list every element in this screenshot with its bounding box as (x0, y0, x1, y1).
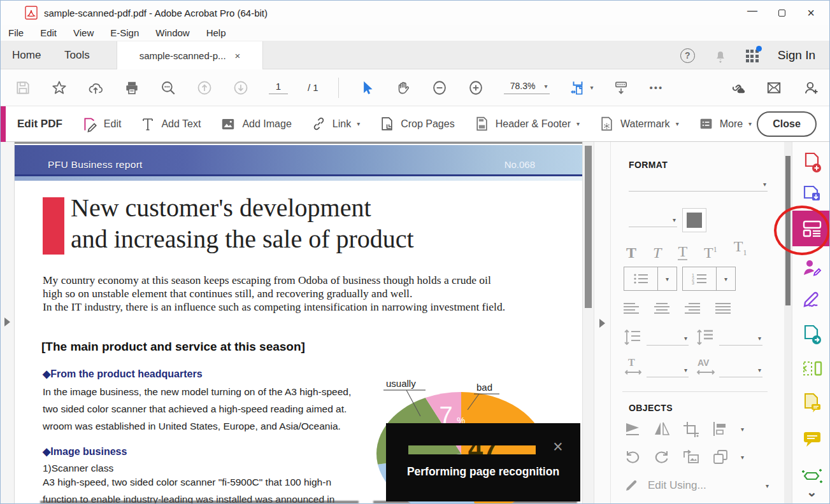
send-for-review-tool[interactable] (792, 324, 830, 346)
more-menu-button[interactable]: More ▾ (698, 116, 752, 132)
italic-button[interactable]: T (653, 245, 661, 260)
zoom-level-select[interactable]: 78.3% ▾ (504, 81, 550, 94)
chevron-down-icon: ▾ (544, 83, 547, 90)
export-pdf-tool[interactable] (792, 184, 830, 206)
subscript-button[interactable]: T1 (734, 239, 747, 260)
more-tools-ellipsis-icon[interactable]: ••• (649, 82, 663, 93)
hand-pan-icon[interactable] (395, 80, 411, 96)
menu-edit[interactable]: Edit (40, 27, 57, 38)
link-menu-button[interactable]: Link ▾ (311, 116, 360, 132)
zoom-out-icon[interactable] (431, 80, 448, 96)
chevron-down-icon: ▾ (676, 120, 679, 127)
comment-tool[interactable] (792, 430, 830, 449)
align-objects-button[interactable] (712, 421, 729, 437)
align-justify-button[interactable] (714, 301, 732, 316)
header-footer-label: Header & Footer (496, 118, 571, 130)
menu-view[interactable]: View (73, 27, 94, 38)
save-icon[interactable] (15, 80, 31, 96)
header-footer-menu-button[interactable]: Header & Footer ▾ (474, 116, 580, 132)
replace-image-button[interactable] (682, 449, 700, 465)
edit-button[interactable]: Edit (82, 116, 122, 132)
request-esignatures-tool[interactable] (792, 258, 830, 278)
menu-esign[interactable]: E-Sign (110, 27, 139, 38)
rotate-ccw-button[interactable] (624, 449, 641, 465)
help-icon[interactable]: ? (680, 48, 695, 63)
flip-vertical-button[interactable] (624, 421, 641, 437)
toast-close-icon[interactable]: × (547, 437, 569, 458)
next-page-icon[interactable] (233, 80, 249, 96)
expand-left-pane-icon[interactable] (4, 318, 10, 326)
share-link-icon[interactable] (729, 80, 745, 96)
search-icon[interactable] (160, 80, 176, 96)
bullet-list-button[interactable] (624, 267, 657, 290)
numbered-list-group: 1 2 3 ▾ (682, 267, 736, 291)
font-family-select[interactable]: ▾ (629, 175, 768, 192)
menu-window[interactable]: Window (155, 27, 189, 38)
fill-and-sign-tool[interactable] (792, 290, 830, 309)
panel-scrollbar[interactable] (784, 142, 792, 504)
edit-pdf-tool-active[interactable] (792, 211, 830, 246)
panel-scrollbar-thumb[interactable] (785, 156, 791, 305)
maximize-button[interactable] (767, 1, 796, 25)
select-pointer-icon[interactable] (359, 80, 375, 96)
more-tools-chevron[interactable]: ⌄ (792, 484, 830, 500)
zoom-in-icon[interactable] (468, 80, 484, 96)
organize-pages-tool[interactable] (792, 358, 830, 379)
document-scrollbar-thumb[interactable] (585, 146, 592, 308)
numbered-list-dropdown[interactable]: ▾ (716, 267, 735, 290)
chevron-down-icon[interactable]: ▾ (741, 454, 744, 461)
superscript-button[interactable]: T1 (704, 242, 717, 260)
line-spacing-select[interactable]: ▾ (647, 330, 689, 346)
page-display-icon[interactable] (613, 80, 629, 96)
menu-file[interactable]: File (8, 27, 24, 38)
notifications-bell-icon[interactable] (713, 48, 728, 63)
chevron-down-icon[interactable]: ▾ (741, 426, 744, 433)
page-number-input[interactable]: 1 (269, 81, 288, 94)
tab-document[interactable]: sample-scanned-p... × (117, 41, 263, 69)
font-color-picker[interactable] (682, 208, 706, 232)
numbered-list-button[interactable]: 1 2 3 (683, 267, 716, 290)
underline-glyph: T (678, 243, 687, 260)
fit-width-select[interactable]: ▾ (569, 80, 593, 96)
character-spacing-select[interactable]: ▾ (719, 362, 762, 377)
bullet-list-dropdown[interactable]: ▾ (657, 267, 676, 290)
align-center-button[interactable] (653, 301, 671, 316)
align-right-button[interactable] (683, 301, 701, 316)
email-icon[interactable] (766, 80, 782, 96)
add-text-button[interactable]: Add Text (140, 116, 201, 132)
paragraph-spacing-select[interactable]: ▾ (719, 330, 762, 346)
edit-using-button[interactable]: Edit Using... ▾ (624, 478, 769, 493)
print-icon[interactable] (124, 80, 140, 96)
document-scrollbar[interactable] (582, 142, 594, 504)
crop-pages-button[interactable]: Crop Pages (379, 116, 455, 132)
watermark-menu-button[interactable]: Watermark ▾ (599, 116, 679, 132)
tab-tools[interactable]: Tools (64, 41, 90, 69)
cloud-upload-icon[interactable] (87, 80, 104, 96)
sign-in-button[interactable]: Sign In (778, 48, 815, 62)
menu-help[interactable]: Help (206, 27, 226, 38)
crop-object-button[interactable] (682, 421, 700, 437)
underline-button[interactable]: T (678, 244, 687, 260)
bold-button[interactable]: T (626, 245, 636, 260)
arrange-objects-button[interactable] (712, 449, 729, 465)
collapse-panel-icon[interactable] (599, 319, 605, 328)
user-add-icon[interactable] (803, 80, 819, 96)
tab-home[interactable]: Home (12, 41, 41, 69)
app-launcher-grid-icon[interactable] (746, 48, 760, 62)
close-edit-pdf-button[interactable]: Close (757, 111, 817, 137)
horizontal-scale-select[interactable]: ▾ (647, 362, 689, 377)
minimize-button[interactable]: — (738, 1, 767, 25)
add-image-button[interactable]: Add Image (220, 116, 291, 132)
tab-close-icon[interactable]: × (235, 50, 241, 61)
rotate-cw-button[interactable] (653, 449, 671, 465)
document-comments-tool[interactable] (792, 393, 830, 414)
font-size-select[interactable]: ▾ (629, 211, 677, 227)
star-favorite-icon[interactable] (51, 80, 68, 96)
scan-ocr-tool[interactable] (792, 468, 830, 484)
align-left-button[interactable] (622, 301, 640, 316)
previous-page-icon[interactable] (196, 80, 213, 96)
flip-horizontal-button[interactable] (653, 421, 671, 437)
sup-number: 1 (713, 245, 717, 254)
create-pdf-tool[interactable] (792, 152, 830, 174)
close-button[interactable]: × (796, 1, 826, 25)
